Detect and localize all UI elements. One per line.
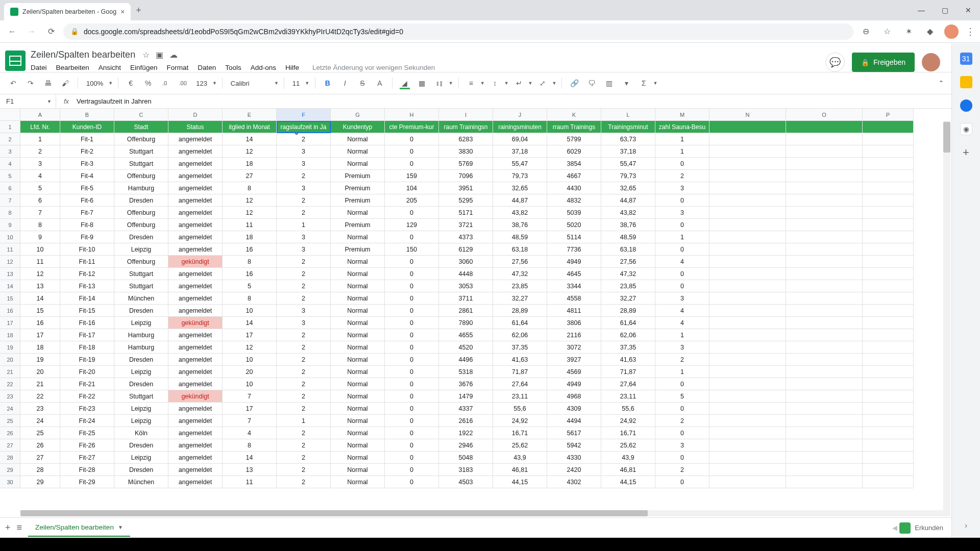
- cell[interactable]: [863, 231, 914, 243]
- cell[interactable]: [863, 256, 914, 268]
- cell[interactable]: Premium: [331, 182, 385, 194]
- star-icon[interactable]: ☆: [142, 50, 150, 60]
- cell[interactable]: [863, 292, 914, 305]
- cell[interactable]: 2: [277, 390, 331, 403]
- cell[interactable]: [709, 317, 786, 329]
- row-head-2[interactable]: 2: [0, 133, 20, 145]
- cell[interactable]: 0: [385, 341, 439, 354]
- cell[interactable]: 37,35: [601, 341, 655, 354]
- hide-panel-icon[interactable]: ›: [960, 519, 972, 532]
- cell[interactable]: 205: [385, 194, 439, 207]
- strike-button[interactable]: S: [355, 76, 370, 90]
- cell[interactable]: 12: [223, 207, 277, 219]
- cell[interactable]: 8: [223, 256, 277, 268]
- explore-button[interactable]: Erkunden: [899, 522, 943, 534]
- cell[interactable]: 4520: [439, 341, 493, 354]
- italic-button[interactable]: I: [338, 76, 352, 90]
- minimize-button[interactable]: —: [910, 0, 933, 20]
- cell[interactable]: angemeldet: [168, 305, 223, 317]
- row-head-21[interactable]: 21: [0, 366, 20, 378]
- cell[interactable]: [786, 207, 863, 219]
- close-window-button[interactable]: ✕: [957, 0, 980, 20]
- header-cell[interactable]: rainingsminuten: [493, 121, 547, 133]
- cell[interactable]: Fit-9: [60, 231, 114, 243]
- cell[interactable]: 14: [20, 292, 60, 305]
- cell[interactable]: 5942: [547, 439, 601, 452]
- cell[interactable]: 1: [655, 329, 709, 341]
- cell[interactable]: Normal: [331, 390, 385, 403]
- cell[interactable]: 0: [385, 268, 439, 280]
- cell[interactable]: [863, 366, 914, 378]
- cell[interactable]: 55,6: [601, 403, 655, 415]
- cell[interactable]: angemeldet: [168, 415, 223, 427]
- cell[interactable]: 27,64: [493, 378, 547, 390]
- menu-ansicht[interactable]: Ansicht: [99, 64, 121, 71]
- cell[interactable]: [786, 268, 863, 280]
- cell[interactable]: 0: [655, 427, 709, 439]
- cell[interactable]: 5048: [439, 452, 493, 464]
- undo-icon[interactable]: ↶: [6, 76, 20, 90]
- cell[interactable]: 4337: [439, 403, 493, 415]
- cell[interactable]: 2: [277, 256, 331, 268]
- row-head-18[interactable]: 18: [0, 329, 20, 341]
- col-head-D[interactable]: D: [168, 109, 223, 121]
- cell[interactable]: Leipzig: [114, 403, 168, 415]
- cell[interactable]: [863, 378, 914, 390]
- horizontal-scrollbar[interactable]: [20, 510, 943, 516]
- cell[interactable]: 63,73: [601, 133, 655, 145]
- cell[interactable]: angemeldet: [168, 452, 223, 464]
- cell[interactable]: 0: [385, 133, 439, 145]
- cell[interactable]: Fit-24: [60, 415, 114, 427]
- cell[interactable]: 12: [223, 194, 277, 207]
- cell[interactable]: 0: [655, 378, 709, 390]
- cell[interactable]: 47,32: [601, 268, 655, 280]
- cell[interactable]: 3: [655, 182, 709, 194]
- cell[interactable]: 5020: [547, 219, 601, 231]
- valign-button[interactable]: ↕▼: [488, 76, 509, 90]
- cell[interactable]: 0: [655, 280, 709, 292]
- cell[interactable]: 3927: [547, 354, 601, 366]
- cell[interactable]: 69,04: [493, 133, 547, 145]
- cell[interactable]: 0: [385, 145, 439, 158]
- cell[interactable]: [863, 280, 914, 292]
- cell[interactable]: Leipzig: [114, 452, 168, 464]
- cell[interactable]: 2: [277, 452, 331, 464]
- header-cell[interactable]: raum Trainingsn: [439, 121, 493, 133]
- cell[interactable]: 150: [385, 243, 439, 256]
- inc-decimal-icon[interactable]: .00: [176, 76, 190, 90]
- cell[interactable]: 44,87: [601, 194, 655, 207]
- cell[interactable]: 2: [277, 378, 331, 390]
- cell[interactable]: 0: [385, 390, 439, 403]
- cell[interactable]: 4811: [547, 305, 601, 317]
- cell[interactable]: 4645: [547, 268, 601, 280]
- cell[interactable]: angemeldet: [168, 403, 223, 415]
- cell[interactable]: Fit-8: [60, 219, 114, 231]
- cell[interactable]: München: [114, 292, 168, 305]
- cell[interactable]: 17: [20, 329, 60, 341]
- cell[interactable]: [786, 305, 863, 317]
- cell[interactable]: Fit-19: [60, 354, 114, 366]
- cell[interactable]: Normal: [331, 427, 385, 439]
- cell[interactable]: 2: [277, 476, 331, 488]
- cell[interactable]: Stuttgart: [114, 390, 168, 403]
- cell[interactable]: 0: [385, 292, 439, 305]
- name-box[interactable]: F1▼: [0, 94, 56, 108]
- col-head-G[interactable]: G: [331, 109, 385, 121]
- addons-plus-icon[interactable]: +: [960, 146, 972, 159]
- row-head-26[interactable]: 26: [0, 427, 20, 439]
- spreadsheet-grid[interactable]: ABCDEFGHIJKLMNOP1Lfd. Nr.Kunden-IDStadtS…: [0, 109, 951, 517]
- cell[interactable]: 2: [655, 464, 709, 476]
- cell[interactable]: 2: [277, 366, 331, 378]
- cell[interactable]: 23,85: [601, 280, 655, 292]
- cell[interactable]: 71,87: [493, 366, 547, 378]
- cell[interactable]: 2: [277, 280, 331, 292]
- cell[interactable]: 0: [385, 158, 439, 170]
- cell[interactable]: 18: [223, 158, 277, 170]
- menu-add-ons[interactable]: Add-ons: [251, 64, 276, 71]
- cell[interactable]: Fit-17: [60, 329, 114, 341]
- collapse-toolbar-icon[interactable]: ⌃: [938, 79, 944, 87]
- menu-datei[interactable]: Datei: [31, 64, 47, 71]
- cell[interactable]: 32,65: [601, 182, 655, 194]
- cell[interactable]: [863, 207, 914, 219]
- cell[interactable]: Dresden: [114, 194, 168, 207]
